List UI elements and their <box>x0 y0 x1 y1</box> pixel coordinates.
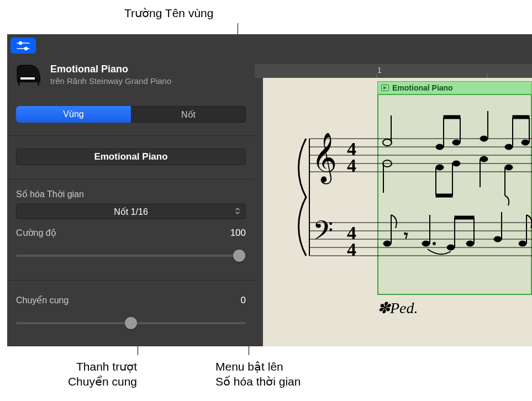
svg-text:𝄞: 𝄞 <box>312 133 337 184</box>
region-header: Emotional Piano trên Rãnh Steinway Grand… <box>15 63 171 86</box>
svg-text:4: 4 <box>347 155 356 176</box>
svg-point-36 <box>452 161 460 166</box>
svg-rect-7 <box>20 77 35 80</box>
svg-point-62 <box>494 236 502 242</box>
svg-point-31 <box>452 140 460 145</box>
score-region-name: Emotional Piano <box>392 83 453 92</box>
svg-point-35 <box>436 165 444 170</box>
velocity-value: 100 <box>230 228 246 239</box>
velocity-slider[interactable] <box>16 255 246 257</box>
inspector-panel: Emotional Piano trên Rãnh Steinway Grand… <box>7 34 255 346</box>
svg-point-51 <box>383 241 391 246</box>
time-quantize-value: Nốt 1/16 <box>114 207 148 217</box>
svg-point-40 <box>480 136 488 141</box>
slider-knob[interactable] <box>233 250 245 262</box>
slider-knob[interactable] <box>125 317 137 329</box>
transpose-group: Chuyển cung 0 <box>16 295 246 324</box>
svg-point-49 <box>505 165 513 170</box>
time-quantize-group: Số hóa Thời gian Nốt 1/16 <box>16 189 246 219</box>
ruler-marker: 1 <box>377 66 382 75</box>
divider <box>7 179 255 180</box>
callout-time-quantize-menu: Menu bật lên Số hóa thời gian <box>215 359 301 389</box>
svg-rect-61 <box>455 216 474 219</box>
region-subtitle: trên Rãnh Steinway Grand Piano <box>50 76 171 86</box>
svg-point-3 <box>25 47 28 50</box>
svg-rect-4 <box>17 80 40 82</box>
svg-point-41 <box>480 156 488 162</box>
svg-point-44 <box>505 144 513 150</box>
region-name-field[interactable]: Emotional Piano <box>16 149 246 165</box>
svg-rect-5 <box>18 82 20 86</box>
transpose-value: 0 <box>241 295 246 306</box>
divider <box>7 280 255 281</box>
time-quantize-label: Số hóa Thời gian <box>16 189 246 199</box>
svg-rect-39 <box>436 194 452 197</box>
transpose-label: Chuyển cung <box>16 296 69 305</box>
piano-icon <box>15 63 43 86</box>
score-paper[interactable]: Emotional Piano <box>263 78 532 346</box>
tab-region[interactable]: Vùng <box>16 106 131 123</box>
svg-point-57 <box>447 245 455 250</box>
velocity-label: Cường độ <box>16 228 56 238</box>
svg-text:𝄾: 𝄾 <box>404 233 408 239</box>
tab-note[interactable]: Nốt <box>131 106 246 123</box>
grand-staff: 𝄞 𝄢 4 4 4 4 <box>280 104 532 292</box>
region-title: Emotional Piano <box>50 64 171 75</box>
svg-text:𝄢: 𝄢 <box>313 216 333 252</box>
svg-point-64 <box>519 241 526 246</box>
svg-point-45 <box>522 140 529 145</box>
timeline-ruler[interactable]: 1 <box>255 64 532 78</box>
chevron-updown-icon <box>235 207 240 216</box>
svg-point-54 <box>422 241 430 246</box>
transpose-slider[interactable] <box>16 322 246 324</box>
filter-toolbar-button[interactable] <box>10 38 36 54</box>
svg-rect-48 <box>513 115 529 119</box>
divider <box>7 135 255 136</box>
svg-point-56 <box>433 242 436 245</box>
svg-point-58 <box>466 241 474 246</box>
pedal-marking: ✽Ped. <box>377 299 418 317</box>
inspector-tabs: Vùng Nốt <box>16 106 246 123</box>
time-quantize-popup[interactable]: Nốt 1/16 <box>16 204 246 219</box>
svg-rect-6 <box>38 82 39 86</box>
callout-region-name: Trường Tên vùng <box>124 6 213 20</box>
region-chevron-icon <box>381 85 389 91</box>
svg-rect-34 <box>444 115 460 119</box>
callout-transpose-slider: Thanh trượt Chuyển cung <box>17 359 137 389</box>
score-region-header[interactable]: Emotional Piano <box>377 81 532 94</box>
svg-point-30 <box>436 144 444 150</box>
score-editor: 1 Emotional Piano <box>255 34 532 346</box>
velocity-group: Cường độ 100 <box>16 228 246 257</box>
svg-text:4: 4 <box>347 239 356 260</box>
svg-point-2 <box>19 41 22 44</box>
svg-point-26 <box>383 139 392 146</box>
